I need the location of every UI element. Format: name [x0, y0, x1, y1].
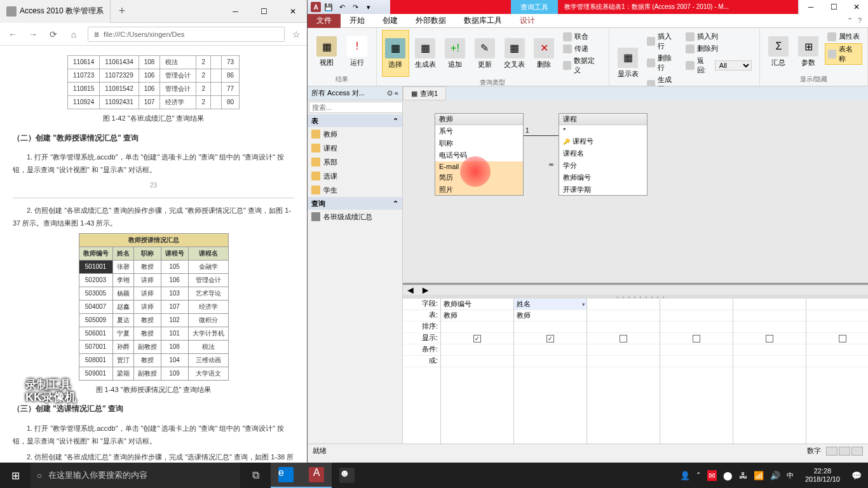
table-field[interactable]: 教师编号 [559, 172, 647, 184]
qbe-table-cell[interactable] [733, 310, 806, 322]
view-button[interactable]: ▦视图 [313, 30, 341, 74]
favorite-button[interactable]: ☆ [292, 29, 301, 39]
qbe-criteria-cell[interactable] [733, 344, 806, 356]
wifi-icon[interactable]: 📶 [754, 471, 764, 480]
qbe-field-cell[interactable]: 姓名 [514, 299, 587, 310]
tab-home[interactable]: 开始 [341, 14, 374, 28]
volume-icon[interactable]: 🔊 [770, 471, 780, 480]
ime-indicator[interactable]: 中 [787, 471, 794, 480]
tray-chevron-icon[interactable]: ˄ [696, 471, 701, 480]
table-field[interactable]: 课程号 [559, 135, 647, 147]
table-field[interactable]: 学分 [559, 159, 647, 172]
qbe-table-cell[interactable]: 教师 [441, 310, 513, 322]
qbe-show-cell[interactable]: ✓ [514, 333, 587, 344]
nav-pane-header[interactable]: 所有 Access 对... ⊙ « [308, 86, 402, 100]
propsheet-button[interactable]: 属性表 [825, 31, 862, 42]
delete-query-button[interactable]: ✕删除 [531, 30, 558, 77]
redo-icon[interactable]: ↷ [349, 1, 361, 13]
back-button[interactable]: ← [6, 28, 19, 41]
nav-table-item[interactable]: 教师 [308, 127, 402, 141]
table-field[interactable]: * [559, 125, 647, 135]
qbe-criteria-cell[interactable] [514, 344, 587, 356]
start-button[interactable]: ⊞ [0, 463, 31, 488]
undo-icon[interactable]: ↶ [336, 1, 348, 13]
table-box-course[interactable]: 课程 *课程号课程名学分教师编号开课学期 [559, 113, 648, 196]
tab-file[interactable]: 文件 [308, 14, 341, 28]
table-field[interactable]: 开课学期 [559, 184, 647, 195]
qbe-show-checkbox[interactable]: ✓ [473, 335, 481, 342]
nav-search-input[interactable] [309, 102, 403, 113]
people-icon[interactable]: 👤 [680, 471, 690, 480]
qbe-field-cell[interactable]: 教师编号 [441, 299, 513, 310]
taskbar-app-3[interactable]: ☻ [332, 463, 362, 488]
update-button[interactable]: ✎更新 [471, 30, 498, 77]
save-icon[interactable]: 💾 [323, 1, 334, 13]
qbe-sort-cell[interactable] [441, 322, 513, 333]
qbe-table-cell[interactable] [587, 310, 660, 322]
qbe-sort-cell[interactable] [514, 322, 587, 333]
table-field[interactable]: 照片 [435, 184, 523, 195]
totals-button[interactable]: Σ汇总 [765, 30, 792, 74]
table-field[interactable]: E-mail [435, 161, 523, 172]
qbe-field-cell[interactable] [733, 299, 806, 310]
table-box-teacher[interactable]: 教师 系号职称电话号码E-mail简历照片 [435, 113, 524, 196]
table-field[interactable]: 系号 [435, 125, 523, 137]
tray-network-icon[interactable]: 🖧 [739, 471, 747, 480]
new-tab-button[interactable]: + [111, 4, 133, 18]
run-button[interactable]: !运行 [343, 30, 371, 74]
refresh-button[interactable]: ⟳ [47, 28, 60, 41]
crosstab-button[interactable]: ▦交叉表 [501, 30, 528, 77]
qbe-show-cell[interactable] [733, 333, 806, 344]
maketable-button[interactable]: ▦生成表 [412, 30, 439, 77]
tray-mail-icon[interactable]: ✉ [707, 470, 717, 481]
nav-table-item[interactable]: 学生 [308, 183, 402, 197]
tablenames-button[interactable]: 表名称 [825, 43, 862, 65]
taskbar-access[interactable]: A [301, 463, 332, 488]
minimize-button[interactable]: ─ [221, 0, 250, 23]
qbe-criteria-cell[interactable] [660, 356, 733, 367]
nav-dropdown-icon[interactable]: ⊙ « [387, 89, 398, 97]
qbe-table-cell[interactable] [806, 310, 868, 322]
taskbar-search[interactable]: ○ 在这里输入你要搜索的内容 [31, 463, 240, 488]
insertrow-button[interactable]: 插入行 [644, 31, 681, 51]
nav-table-item[interactable]: 系部 [308, 155, 402, 169]
qbe-criteria-cell[interactable] [441, 344, 513, 356]
home-button[interactable]: ⌂ [67, 28, 80, 41]
params-button[interactable]: ⊞参数 [795, 30, 822, 74]
access-minimize-button[interactable]: ─ [799, 0, 822, 14]
tab-create[interactable]: 创建 [374, 14, 407, 28]
qbe-sort-cell[interactable] [806, 322, 868, 333]
qbe-criteria-cell[interactable] [660, 344, 733, 356]
qbe-field-cell[interactable] [660, 299, 733, 310]
qbe-criteria-cell[interactable] [806, 356, 868, 367]
deletecol-button[interactable]: 删除列 [683, 43, 754, 54]
qbe-field-cell[interactable] [806, 299, 868, 310]
qbe-criteria-cell[interactable] [806, 344, 868, 356]
qbe-criteria-cell[interactable] [587, 344, 660, 356]
datasheet-view-icon[interactable] [826, 447, 837, 456]
append-button[interactable]: +!追加 [442, 30, 469, 77]
query-tab[interactable]: ▦ 查询1 [403, 86, 446, 100]
qbe-criteria-cell[interactable] [733, 356, 806, 367]
qbe-sort-cell[interactable] [660, 322, 733, 333]
nav-query-item[interactable]: 各班级成绩汇总 [308, 210, 402, 224]
tab-dbtools[interactable]: 数据库工具 [455, 14, 511, 28]
close-button[interactable]: ✕ [278, 0, 307, 23]
qbe-criteria-cell[interactable] [441, 356, 513, 367]
browser-tab[interactable]: Access 2010 教学管理系 [0, 0, 111, 23]
task-view-button[interactable]: ⧉ [240, 463, 271, 488]
qbe-show-checkbox[interactable]: ✓ [546, 335, 554, 342]
help-icon[interactable]: ? [858, 17, 862, 25]
qbe-show-checkbox[interactable] [766, 335, 773, 342]
taskbar-edge[interactable]: e [271, 463, 301, 488]
qbe-sort-cell[interactable] [587, 322, 660, 333]
taskbar-clock[interactable]: 22:282018/12/10 [800, 467, 845, 484]
select-query-button[interactable]: ▦选择 [382, 30, 409, 77]
return-select[interactable]: 返回: All [683, 55, 754, 76]
qbe-show-cell[interactable] [660, 333, 733, 344]
address-bar[interactable]: 🗎 file:///C:/Users/xingen/Des [88, 27, 285, 42]
table-field[interactable]: 电话号码 [435, 149, 523, 161]
ribbon-collapse-icon[interactable]: ⌃ [847, 17, 853, 25]
union-button[interactable]: 联合 [560, 31, 604, 42]
qbe-table-cell[interactable] [660, 310, 733, 322]
